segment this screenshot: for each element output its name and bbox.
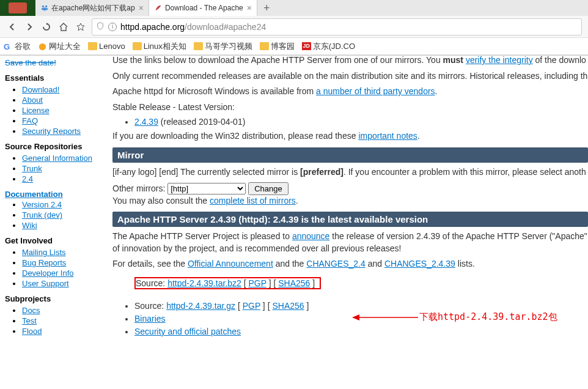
bookmark-mage[interactable]: 马哥学习视频 xyxy=(194,41,252,52)
mirror-text2: . If you encounter a problem with this m… xyxy=(344,167,586,177)
sidebar-wiki[interactable]: Wiki xyxy=(22,221,37,230)
mirror-select[interactable]: [http] xyxy=(167,183,246,194)
paw-icon xyxy=(40,4,49,12)
sidebar-docs[interactable]: Docs xyxy=(22,306,40,315)
save-date-link[interactable]: Save the date! xyxy=(5,58,56,67)
important-notes-link[interactable]: important notes xyxy=(358,131,417,141)
mirror-text1: [if-any logo] [end] The currently select… xyxy=(112,167,300,177)
gz-link[interactable]: httpd-2.4.39.tar.gz xyxy=(166,301,235,311)
sidebar-mailing[interactable]: Mailing Lists xyxy=(22,248,66,257)
svg-text:G: G xyxy=(4,42,10,51)
main-content: Use the links below to download the Apac… xyxy=(109,56,588,389)
mirror-header: Mirror xyxy=(112,147,588,163)
tab-title-0: 在apache网站如何下载ap xyxy=(51,3,135,13)
version-date: (released 2019-04-01) xyxy=(158,117,245,127)
sidebar-download[interactable]: Download! xyxy=(22,85,59,94)
change-button[interactable]: Change xyxy=(248,182,288,195)
preview-thumbnail xyxy=(0,0,35,16)
sidebar-trunk[interactable]: Trunk xyxy=(22,164,42,173)
sidebar-user-support[interactable]: User Support xyxy=(22,279,69,288)
gz-pgp-link[interactable]: PGP xyxy=(243,301,260,311)
home-button[interactable] xyxy=(55,18,72,35)
star-button[interactable] xyxy=(72,18,89,35)
bookmark-sites[interactable]: 网址大全 xyxy=(38,41,81,52)
folder-icon xyxy=(260,42,269,50)
windows-pre: Apache httpd for Microsoft Windows is av… xyxy=(112,86,316,96)
source-bz2-item: Source: httpd-2.4.39.tar.bz2 [ PGP ] [ S… xyxy=(134,277,321,289)
sidebar-test[interactable]: Test xyxy=(22,316,37,325)
innovation-text: of innovation by the project, and is rec… xyxy=(112,243,401,253)
mirrors-list-link[interactable]: complete list of mirrors xyxy=(210,196,296,206)
svg-point-4 xyxy=(43,7,46,10)
tab-0[interactable]: 在apache网站如何下载ap × xyxy=(35,0,149,16)
sidebar-version24[interactable]: Version 2.4 xyxy=(22,200,62,209)
sidebar-license[interactable]: License xyxy=(22,106,50,115)
other-mirrors-label: Other mirrors: xyxy=(112,183,165,193)
bookmark-google[interactable]: G谷歌 xyxy=(4,41,31,52)
stable-release-label: Stable Release - Latest Version: xyxy=(112,102,588,114)
win32-pre: If you are downloading the Win32 distrib… xyxy=(112,131,358,141)
sidebar-general-info[interactable]: General Information xyxy=(22,154,92,163)
compass-icon xyxy=(38,42,47,50)
back-button[interactable] xyxy=(4,18,21,35)
vendors-link[interactable]: a number of third party vendors xyxy=(316,86,435,96)
details-pre: For details, see the xyxy=(112,259,188,269)
nav-row: i httpd.apache.org/download#apache24 xyxy=(0,16,588,38)
sidebar-faq[interactable]: FAQ xyxy=(22,116,38,125)
url-bar[interactable]: i httpd.apache.org/download#apache24 xyxy=(92,18,582,35)
tab-1[interactable]: Download - The Apache × xyxy=(149,0,257,16)
changes24-link[interactable]: CHANGES_2.4 xyxy=(306,259,365,269)
google-icon: G xyxy=(4,42,13,50)
subprojects-heading: Subprojects xyxy=(5,294,104,303)
feather-icon xyxy=(154,4,163,12)
documentation-heading[interactable]: Documentation xyxy=(5,190,104,199)
bz2-pgp-link[interactable]: PGP xyxy=(248,278,266,288)
pleased-pre: The Apache HTTP Server Project is please… xyxy=(112,231,292,241)
apache-header: Apache HTTP Server 2.4.39 (httpd): 2.4.3… xyxy=(112,212,588,227)
url-text: httpd.apache.org/download#apache24 xyxy=(120,22,266,32)
tabs-row: 在apache网站如何下载ap × Download - The Apache … xyxy=(0,0,588,16)
bz2-sha-link[interactable]: SHA256 xyxy=(278,278,310,288)
svg-marker-8 xyxy=(352,314,359,320)
essentials-heading: Essentials xyxy=(5,73,104,83)
bookmarks-bar: G谷歌 网址大全 Lenovo Linux相关知 马哥学习视频 博客园 JD京东… xyxy=(0,38,588,55)
bookmark-jd[interactable]: JD京东(JD.CO xyxy=(302,41,355,52)
sidebar-trunk-dev[interactable]: Trunk (dev) xyxy=(22,210,62,220)
bookmark-lenovo[interactable]: Lenovo xyxy=(88,42,125,51)
recommended-text: Only current recommended releases are av… xyxy=(112,70,588,83)
info-icon[interactable]: i xyxy=(108,23,117,31)
sidebar-dev-info[interactable]: Developer Info xyxy=(22,269,74,278)
tab-title-1: Download - The Apache xyxy=(165,4,243,12)
new-tab-button[interactable]: + xyxy=(257,2,276,15)
sidebar-about[interactable]: About xyxy=(22,95,43,105)
close-icon[interactable]: × xyxy=(139,3,144,13)
gz-sha-link[interactable]: SHA256 xyxy=(272,301,304,311)
shield-icon xyxy=(96,21,105,32)
security-patches-link[interactable]: Security and official patches xyxy=(134,327,241,336)
bz2-link[interactable]: httpd-2.4.39.tar.bz2 xyxy=(167,278,241,288)
forward-button[interactable] xyxy=(21,18,38,35)
arrow-annotation xyxy=(352,311,419,324)
bookmark-cnblogs[interactable]: 博客园 xyxy=(260,41,295,52)
svg-point-6 xyxy=(39,43,46,50)
annotation-text: 下载httpd-2.4.39.tar.bz2包 xyxy=(419,311,557,323)
source-repos-heading: Source Repositories xyxy=(5,142,104,151)
consult-pre: You may also consult the xyxy=(112,196,210,206)
sidebar-bugs[interactable]: Bug Reports xyxy=(22,258,66,267)
jd-icon: JD xyxy=(302,42,311,50)
reload-button[interactable] xyxy=(38,18,55,35)
official-link[interactable]: Official Announcement xyxy=(188,259,273,269)
bookmark-linux[interactable]: Linux相关知 xyxy=(133,41,186,52)
get-involved-heading: Get Involved xyxy=(5,236,104,245)
version-link[interactable]: 2.4.39 xyxy=(134,117,158,127)
sidebar-flood[interactable]: Flood xyxy=(22,327,42,336)
top-text: Use the links below to download the Apac… xyxy=(112,56,443,65)
verify-link[interactable]: verify the integrity xyxy=(466,56,533,65)
sidebar-24[interactable]: 2.4 xyxy=(22,174,33,183)
content-wrap: Save the date! Essentials Download! Abou… xyxy=(0,56,588,389)
changes2439-link[interactable]: CHANGES_2.4.39 xyxy=(384,259,455,269)
close-icon[interactable]: × xyxy=(247,3,252,13)
binaries-link[interactable]: Binaries xyxy=(134,314,166,324)
sidebar-security[interactable]: Security Reports xyxy=(22,127,81,136)
announce-link[interactable]: announce xyxy=(292,231,330,241)
